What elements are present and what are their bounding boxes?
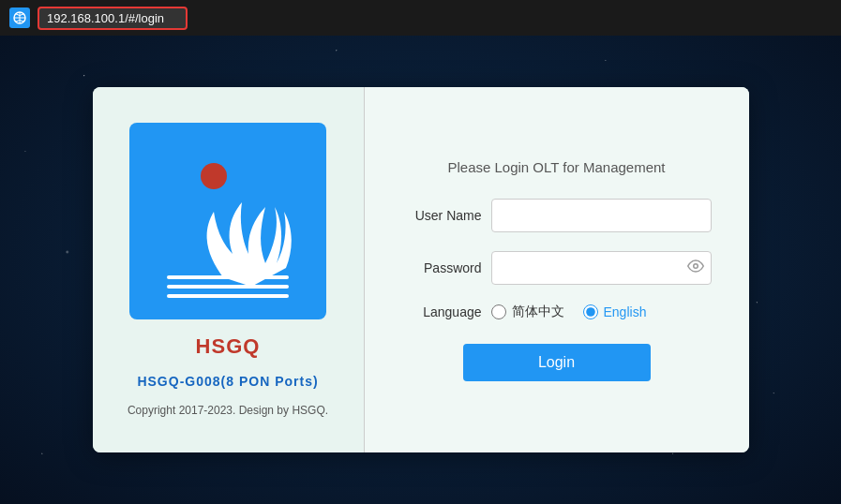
language-label: Language	[402, 304, 482, 319]
svg-point-7	[693, 263, 698, 268]
lang-english-label: English	[604, 304, 647, 319]
url-input[interactable]: 192.168.100.1/#/login	[38, 7, 188, 30]
password-wrapper	[491, 251, 712, 285]
username-label: User Name	[402, 208, 482, 223]
password-row: Password	[402, 251, 712, 285]
username-row: User Name	[402, 199, 712, 232]
svg-rect-5	[167, 285, 289, 289]
browser-address-bar: 192.168.100.1/#/login	[0, 0, 841, 36]
username-input[interactable]	[491, 199, 712, 232]
logo-container	[129, 123, 326, 319]
language-row: Language 简体中文 English	[402, 304, 712, 320]
left-panel: HSGQ HSGQ-G008(8 PON Ports) Copyright 20…	[93, 87, 365, 452]
product-model: HSGQ-G008(8 PON Ports)	[137, 374, 318, 389]
page-wrapper: HSGQ HSGQ-G008(8 PON Ports) Copyright 20…	[0, 36, 841, 504]
toggle-password-icon[interactable]	[687, 258, 704, 278]
lang-chinese-label: 简体中文	[512, 304, 564, 320]
copyright: Copyright 2017-2023. Design by HSGQ.	[128, 404, 328, 417]
login-card: HSGQ HSGQ-G008(8 PON Ports) Copyright 20…	[93, 87, 749, 452]
svg-rect-6	[167, 294, 289, 298]
browser-icon	[9, 7, 30, 28]
lang-english-option[interactable]: English	[583, 304, 647, 319]
form-title: Please Login OLT for Management	[447, 159, 665, 175]
product-name: HSGQ	[196, 334, 261, 359]
lang-chinese-radio[interactable]	[491, 304, 506, 319]
right-panel: Please Login OLT for Management User Nam…	[365, 87, 749, 452]
svg-rect-4	[167, 275, 289, 279]
brand-logo	[143, 137, 312, 305]
password-label: Password	[402, 260, 482, 275]
password-input[interactable]	[491, 251, 712, 285]
language-radio-group: 简体中文 English	[491, 304, 647, 320]
login-button[interactable]: Login	[463, 344, 651, 381]
lang-chinese-option[interactable]: 简体中文	[491, 304, 564, 320]
lang-english-radio[interactable]	[583, 304, 598, 319]
